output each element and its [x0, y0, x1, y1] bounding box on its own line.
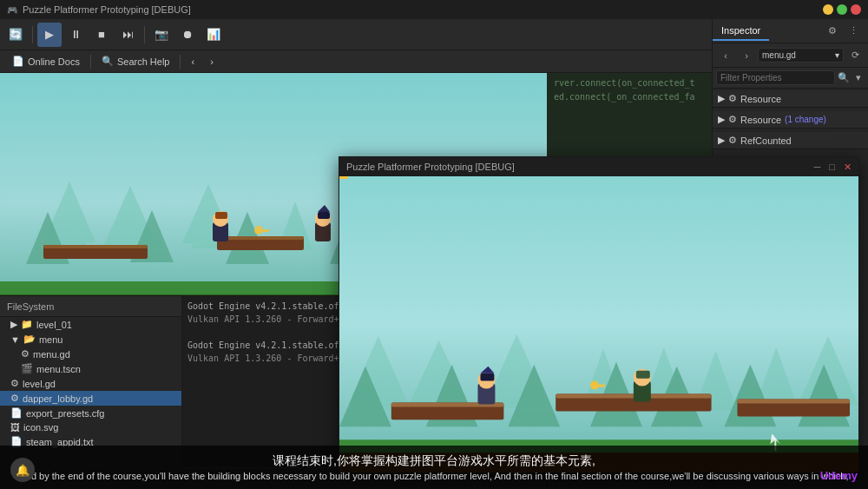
folder-icon: ▶ — [10, 319, 17, 330]
pause-button[interactable]: ⏸ — [63, 23, 88, 47]
inspector-section-resource2: ▶ ⚙ Resource (1 change) — [713, 109, 868, 130]
filter-options-icon[interactable]: ▾ — [852, 69, 865, 88]
file-label: menu.gd — [33, 349, 70, 360]
svg-rect-39 — [339, 176, 858, 472]
file-label: menu — [39, 334, 63, 345]
inspector-more-icon[interactable]: ⋮ — [844, 22, 863, 41]
search-icon: 🔍 — [102, 56, 114, 67]
inspector-section-resource1: ▶ ⚙ Resource — [713, 89, 868, 109]
filesystem-tab[interactable]: FileSystem — [0, 296, 181, 317]
second-window: Puzzle Platformer Prototyping [DEBUG] ─ … — [339, 156, 859, 473]
file-label: level.gd — [23, 379, 56, 389]
main-window: 🎮 Puzzle Platformer Prototyping [DEBUG] … — [0, 0, 868, 489]
file-item-icon-svg[interactable]: 🖼 icon.svg — [0, 420, 181, 434]
menu-sep-1 — [90, 55, 91, 69]
code-content: rver.connect(on_connected_t ed.connect(_… — [547, 73, 729, 108]
second-minimize-button[interactable]: ─ — [814, 162, 821, 173]
file-item-export-presets[interactable]: 📄 export_presets.cfg — [0, 406, 181, 420]
folder-open-icon: ▼ — [10, 334, 20, 345]
file-item-dapper-lobby[interactable]: ⚙ dapper_lobby.gd — [0, 391, 181, 406]
chevron-down-icon: ▾ — [835, 50, 839, 60]
filesystem-tab-label: FileSystem — [7, 301, 54, 312]
camera-button[interactable]: 📷 — [149, 23, 174, 47]
history-back-icon[interactable]: ‹ — [716, 46, 735, 65]
svg-rect-32 — [215, 212, 227, 219]
subtitle-bar: 课程结束时,你将掌握构建拼图平台游戏水平所需的基本元素, And by the … — [0, 446, 868, 489]
second-window-title: Puzzle Platformer Prototyping [DEBUG] — [346, 162, 515, 172]
scene-icon: 🎬 — [21, 363, 33, 374]
subtitle-chinese: 课程结束时,你将掌握构建拼图平台游戏水平所需的基本元素, — [273, 453, 595, 469]
section-header-resource2[interactable]: ▶ ⚙ Resource (1 change) — [713, 111, 868, 129]
svg-rect-37 — [318, 212, 330, 219]
inspector-tab[interactable]: Inspector — [713, 22, 769, 41]
online-docs-button[interactable]: 📄 Online Docs — [5, 54, 87, 69]
nav-right-button[interactable]: › — [203, 55, 220, 69]
inspector-inner-toolbar: ‹ › menu.gd ▾ ⟳ — [713, 43, 868, 68]
file-label: dapper_lobby.gd — [23, 393, 93, 404]
folder-img-icon: 📁 — [21, 319, 33, 330]
file-item-menu-tscn[interactable]: 🎬 menu.tscn — [0, 361, 181, 376]
menu-sep-2 — [180, 55, 181, 69]
svg-rect-23 — [43, 245, 148, 248]
play-button[interactable]: ▶ — [37, 23, 62, 47]
toolbar-icon-1[interactable]: 🔄 — [3, 23, 28, 47]
nav-left-button[interactable]: ‹ — [184, 55, 201, 69]
script-icon-2: ⚙ — [10, 378, 19, 389]
search-help-button[interactable]: 🔍 Search Help — [95, 54, 177, 69]
filter-input[interactable] — [716, 70, 835, 85]
svg-rect-77 — [636, 371, 650, 379]
file-item-level-gd[interactable]: ⚙ level.gd — [0, 376, 181, 391]
svg-rect-73 — [480, 373, 494, 381]
subtitle-english: And by the end of the course,you'll have… — [19, 471, 848, 481]
section-label-resource2: Resource — [740, 115, 781, 125]
svg-rect-68 — [339, 176, 348, 179]
resource-icon: ⚙ — [728, 93, 737, 104]
resource-icon-2: ⚙ — [728, 114, 737, 125]
second-close-button[interactable]: ✕ — [844, 162, 852, 173]
filter-bar: 🔍 ▾ — [713, 68, 868, 89]
collapse-icon-2: ▶ — [718, 114, 725, 125]
history-forward-icon[interactable]: › — [737, 46, 756, 65]
second-game-viewport — [339, 176, 858, 472]
refresh-icon[interactable]: ⟳ — [845, 46, 865, 65]
svg-point-69 — [590, 381, 599, 390]
section-label-refcounted: RefCounted — [740, 135, 792, 146]
record-button[interactable]: ⏺ — [175, 23, 200, 47]
close-button[interactable] — [851, 4, 861, 15]
maximize-button[interactable] — [837, 4, 847, 15]
image-icon: 🖼 — [10, 422, 20, 433]
file-label: export_presets.cfg — [26, 408, 105, 419]
notification-icon[interactable]: 🔔 — [10, 458, 35, 482]
separator-1 — [32, 26, 33, 43]
filter-search-icon[interactable]: 🔍 — [837, 69, 850, 88]
svg-rect-25 — [217, 236, 304, 240]
section-header-resource1[interactable]: ▶ ⚙ Resource — [713, 90, 868, 108]
section-header-refcounted[interactable]: ▶ ⚙ RefCounted — [713, 132, 868, 149]
toolbar-icon-2[interactable]: 📊 — [201, 23, 226, 47]
script-icon-3: ⚙ — [10, 393, 19, 404]
step-button[interactable]: ⏭ — [115, 23, 140, 47]
stop-button[interactable]: ■ — [89, 23, 114, 47]
svg-marker-38 — [318, 205, 330, 212]
second-game-svg — [339, 176, 858, 472]
separator-2 — [144, 26, 145, 43]
refcounted-icon: ⚙ — [728, 135, 737, 146]
second-maximize-button[interactable]: □ — [829, 162, 835, 173]
section-label-resource1: Resource — [740, 94, 781, 104]
inspector-settings-icon[interactable]: ⚙ — [823, 22, 842, 41]
file-item-menu[interactable]: ▼ 📂 menu — [0, 332, 181, 347]
svg-point-33 — [254, 226, 263, 235]
collapse-icon: ▶ — [718, 93, 725, 104]
script-selector[interactable]: menu.gd ▾ — [758, 48, 844, 63]
inspector-section-refcounted: ▶ ⚙ RefCounted — [713, 130, 868, 151]
collapse-icon-3: ▶ — [718, 135, 725, 146]
file-item-menu-gd[interactable]: ⚙ menu.gd — [0, 347, 181, 361]
file-item-level01[interactable]: ▶ 📁 level_01 — [0, 317, 181, 332]
change-badge: (1 change) — [785, 115, 826, 124]
minimize-button[interactable] — [823, 4, 833, 15]
script-name: menu.gd — [762, 50, 796, 60]
second-window-controls[interactable]: ─ □ ✕ — [814, 162, 852, 173]
main-window-title: Puzzle Platformer Prototyping [DEBUG] — [23, 4, 191, 15]
window-controls[interactable] — [823, 4, 861, 15]
folder-open-img-icon: 📂 — [23, 334, 36, 345]
